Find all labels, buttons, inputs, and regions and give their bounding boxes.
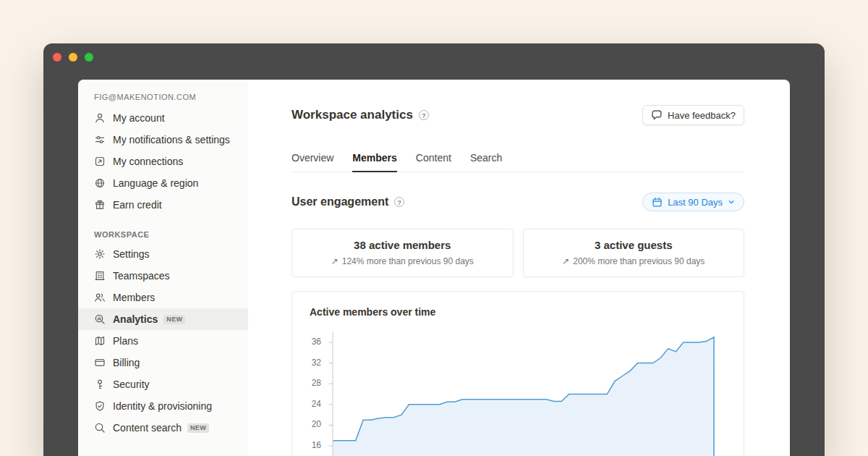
stat-value: 38 active members (292, 239, 513, 251)
person-icon (94, 112, 106, 124)
sidebar-item-label: Security (113, 377, 150, 392)
connections-icon (94, 156, 106, 167)
sidebar-item-label: My connections (113, 154, 183, 169)
globe-icon (94, 177, 106, 189)
sidebar-item-label: Language & region (113, 176, 198, 190)
sidebar-item-label: My notifications & settings (113, 132, 230, 147)
trend-up-icon: ↗ (562, 256, 569, 266)
billing-icon (94, 357, 106, 368)
sidebar-item-my-connections[interactable]: My connections (78, 151, 248, 172)
sidebar-item-earn-credit[interactable]: Earn credit (78, 194, 248, 216)
traffic-light-close[interactable] (53, 53, 61, 62)
new-badge: NEW (187, 423, 209, 433)
sidebar-item-members[interactable]: Members (78, 287, 248, 308)
trend-up-icon: ↗ (331, 256, 339, 266)
sidebar-item-label: Members (113, 290, 155, 305)
y-axis-label: 16 (304, 440, 321, 450)
sidebar-item-settings[interactable]: Settings (78, 243, 248, 265)
stat-delta: ↗ 124% more than previous 90 days (292, 256, 513, 266)
sidebar-item-billing[interactable]: Billing (78, 352, 248, 373)
page-title-text: Workspace analytics (292, 108, 413, 122)
active-members-area-chart (327, 328, 732, 456)
notifications-icon (94, 134, 106, 145)
sidebar-item-identity-provisioning[interactable]: Identity & provisioning (78, 395, 248, 417)
y-axis-label: 32 (304, 358, 321, 368)
settings-sidebar: FIG@MAKENOTION.COM My accountMy notifica… (78, 80, 248, 456)
workspace-section-label: WORKSPACE (94, 230, 248, 239)
sidebar-item-label: Identity & provisioning (113, 399, 212, 413)
sidebar-item-analytics[interactable]: AnalyticsNEW (78, 308, 248, 330)
y-axis-label: 36 (304, 337, 321, 347)
workspace-nav: SettingsTeamspacesMembersAnalyticsNEWPla… (78, 243, 248, 439)
settings-modal: FIG@MAKENOTION.COM My accountMy notifica… (78, 80, 790, 456)
feedback-button-label: Have feedback? (668, 110, 736, 121)
sidebar-item-label: Teamspaces (113, 269, 170, 283)
y-axis-label: 28 (304, 378, 321, 388)
section-title: User engagement ? (292, 195, 404, 208)
sidebar-item-label: Content search (113, 421, 182, 435)
sidebar-item-label: My account (113, 111, 165, 125)
sidebar-item-language-region[interactable]: Language & region (78, 172, 248, 194)
tab-search[interactable]: Search (470, 152, 502, 172)
stat-value: 3 active guests (524, 239, 744, 251)
date-range-label: Last 90 Days (668, 197, 723, 208)
tab-content[interactable]: Content (416, 152, 451, 172)
analytics-icon (94, 313, 106, 325)
sidebar-item-content-search[interactable]: Content searchNEW (78, 417, 248, 439)
account-email-label: FIG@MAKENOTION.COM (94, 93, 248, 101)
gift-icon (94, 199, 106, 211)
page-title: Workspace analytics ? (292, 108, 429, 122)
stat-delta: ↗ 200% more than previous 90 days (524, 256, 744, 266)
analytics-tabs: OverviewMembersContentSearch (292, 152, 744, 172)
active-members-card: 38 active members ↗ 124% more than previ… (292, 229, 514, 277)
calendar-icon (652, 197, 663, 208)
sidebar-item-my-account[interactable]: My account (78, 107, 248, 129)
tab-overview[interactable]: Overview (292, 152, 333, 172)
stat-delta-text: 200% more than previous 90 days (573, 256, 705, 266)
plans-icon (94, 335, 106, 347)
shield-icon (94, 400, 106, 412)
sidebar-item-my-notifications-settings[interactable]: My notifications & settings (78, 129, 248, 151)
account-nav: My accountMy notifications & settingsMy … (78, 107, 248, 216)
sidebar-item-label: Settings (113, 247, 150, 261)
y-axis-label: 20 (304, 419, 321, 429)
sidebar-item-label: Billing (113, 355, 140, 370)
help-icon[interactable]: ? (394, 197, 404, 207)
sidebar-item-security[interactable]: Security (78, 373, 248, 395)
chart-area: 363228242016 (304, 328, 744, 456)
page-header: Workspace analytics ? Have feedback? (292, 105, 744, 125)
sidebar-item-plans[interactable]: Plans (78, 330, 248, 352)
user-engagement-header: User engagement ? Last 90 Days (292, 193, 744, 211)
date-range-dropdown[interactable]: Last 90 Days (642, 193, 744, 211)
new-badge: NEW (163, 315, 185, 324)
search-icon (94, 422, 106, 434)
sidebar-item-label: Earn credit (113, 198, 162, 212)
key-icon (94, 379, 106, 390)
section-title-text: User engagement (292, 195, 388, 208)
stat-delta-text: 124% more than previous 90 days (342, 256, 474, 266)
sidebar-item-teamspaces[interactable]: Teamspaces (78, 265, 248, 287)
y-axis-label: 24 (304, 399, 321, 409)
members-icon (94, 292, 106, 303)
sidebar-item-label: Plans (113, 334, 138, 348)
teamspaces-icon (94, 270, 106, 282)
sidebar-item-label: Analytics (113, 312, 158, 326)
help-icon[interactable]: ? (419, 110, 429, 120)
main-content: Workspace analytics ? Have feedback? Ove… (248, 80, 790, 456)
stat-cards-row: 38 active members ↗ 124% more than previ… (292, 229, 744, 277)
traffic-light-minimize[interactable] (69, 53, 77, 62)
chart-title: Active members over time (310, 306, 744, 318)
have-feedback-button[interactable]: Have feedback? (642, 105, 744, 125)
window-titlebar (43, 43, 825, 80)
traffic-light-zoom[interactable] (85, 53, 93, 62)
active-guests-card: 3 active guests ↗ 200% more than previou… (523, 229, 745, 277)
active-members-chart-card: Active members over time 363228242016 (292, 291, 744, 456)
chevron-down-icon (728, 198, 735, 206)
feedback-bubble-icon (651, 109, 663, 121)
gear-icon (94, 248, 106, 260)
app-window: FIG@MAKENOTION.COM My accountMy notifica… (43, 43, 825, 456)
tab-members[interactable]: Members (352, 152, 396, 172)
